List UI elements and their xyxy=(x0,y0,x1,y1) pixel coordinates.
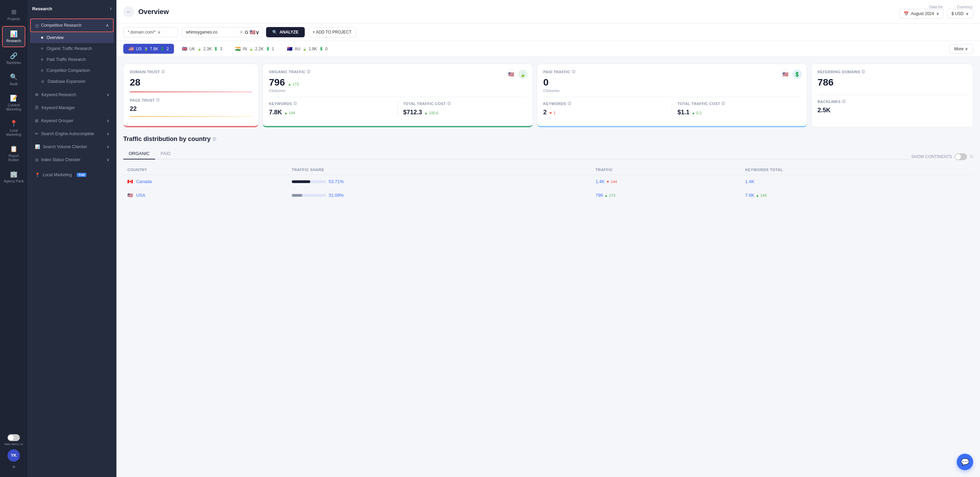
traffic-share-cell: 53.71% xyxy=(288,175,592,189)
organic-cost-info[interactable]: ⓘ xyxy=(447,101,450,106)
search-domain-input[interactable] xyxy=(185,27,239,37)
nav-item-local[interactable]: 📍 Local Marketing xyxy=(2,116,25,140)
page-trust-bar xyxy=(130,116,252,117)
clear-search-button[interactable]: ✕ xyxy=(239,29,243,35)
sidebar-section-competitive: ◎ Competitive Research ∧ Overview Organi… xyxy=(30,19,114,87)
sidebar-item-database[interactable]: ⊙ Database Expansion xyxy=(30,76,114,87)
add-to-project-button[interactable]: + ADD TO PROJECT xyxy=(308,27,356,37)
research-icon: 📊 xyxy=(10,30,18,38)
domain-filter-select[interactable]: *.domain.com/* ∨ xyxy=(123,27,178,37)
domain-trust-info-icon[interactable]: ⓘ xyxy=(161,70,165,74)
sidebar-item-search-autocomplete[interactable]: ✏ Search Engine Autocomplete ∨ xyxy=(30,128,114,139)
sidebar-title: Research xyxy=(32,6,52,11)
chevron-down-icon-date: ∨ xyxy=(936,11,939,16)
nav-item-agency[interactable]: 🏢 Agency Pack xyxy=(2,167,25,187)
sidebar-item-competitor[interactable]: Competitor Comparison xyxy=(30,65,114,76)
nav-item-projects[interactable]: ⊞ Projects xyxy=(2,5,25,25)
page-trust-info-icon[interactable]: ⓘ xyxy=(156,98,159,103)
paid-keywords-trend: ▼ 1 xyxy=(549,111,556,115)
chevron-down-icon-5: ∨ xyxy=(107,157,110,162)
sidebar-section-header-competitive[interactable]: ◎ Competitive Research ∧ xyxy=(30,19,114,32)
new-menu-toggle[interactable] xyxy=(8,434,20,441)
backlinks-info[interactable]: ⓘ xyxy=(842,99,845,104)
sidebar-item-organic[interactable]: Organic Traffic Research xyxy=(30,43,114,54)
canada-link[interactable]: Canada xyxy=(136,179,152,184)
analyze-button[interactable]: 🔍 ANALYZE xyxy=(266,27,305,37)
usa-flag: 🇺🇸 xyxy=(127,193,133,198)
domain-trust-value: 28 xyxy=(130,77,252,88)
left-navigation: ⊞ Projects 📊 Research 🔗 Backlinks 🔍 Audi… xyxy=(0,0,27,477)
database-icon: ⊙ xyxy=(41,79,44,84)
local-marketing-icon: 📍 xyxy=(35,173,40,177)
page-trust-label: PAGE TRUST ⓘ xyxy=(130,98,252,103)
competitive-section-icon: ◎ xyxy=(35,22,39,28)
search-volume-icon: 📊 xyxy=(35,144,40,149)
index-status-icon: ◎ xyxy=(35,157,38,162)
chat-support-button[interactable]: 💬 xyxy=(957,454,973,470)
date-picker-button[interactable]: 📅 August 2024 ∨ xyxy=(899,9,943,19)
user-avatar[interactable]: YK xyxy=(8,449,20,461)
nav-item-backlinks[interactable]: 🔗 Backlinks xyxy=(2,49,25,68)
backlinks-icon: 🔗 xyxy=(10,52,18,60)
nav-label-backlinks: Backlinks xyxy=(6,61,21,65)
currency-button[interactable]: $ USD ∨ xyxy=(947,9,973,19)
sidebar-item-keyword-research[interactable]: ⚙ Keyword Research ∨ xyxy=(30,89,114,101)
paid-traffic-info[interactable]: ⓘ xyxy=(572,70,575,74)
uk-paid-icon: 💲 xyxy=(214,47,218,51)
sidebar-item-paid[interactable]: Paid Traffic Research xyxy=(30,54,114,65)
paid-dollar-icon: 💲 xyxy=(792,70,802,79)
settings-icon[interactable]: ⚙ xyxy=(12,465,16,469)
more-countries-button[interactable]: More ∨ xyxy=(949,44,973,54)
usa-share-link[interactable]: 31.09% xyxy=(329,193,344,198)
referring-domains-value: 786 xyxy=(818,77,967,88)
au-paid: 0 xyxy=(325,46,328,51)
paid-keywords-info[interactable]: ⓘ xyxy=(568,101,571,106)
traffic-distribution-info[interactable]: ⓘ xyxy=(213,137,216,142)
country-tab-us[interactable]: 🇺🇸 US 🍃 7.8K 💲 2 xyxy=(123,44,174,54)
sidebar-item-index-status[interactable]: ◎ Index Status Checker ∨ xyxy=(30,154,114,166)
sidebar-item-overview[interactable]: Overview xyxy=(30,32,114,43)
canada-traffic-bar xyxy=(292,180,326,183)
traffic-tab-organic[interactable]: ORGANIC xyxy=(123,148,155,160)
canada-traffic-trend: ▼ 144 xyxy=(606,180,617,184)
nav-item-report[interactable]: 📋 Report Builder xyxy=(2,142,25,166)
nav-item-audit[interactable]: 🔍 Audit xyxy=(2,70,25,90)
au-traffic: 1.8K xyxy=(309,46,317,51)
organic-metric-pair: KEYWORDS ⓘ 7.8K ▲ 144 TOTAL TRAFFIC COST… xyxy=(269,101,526,116)
in-paid: 1 xyxy=(272,46,274,51)
page-trust-value: 22 xyxy=(130,105,252,113)
referring-info[interactable]: ⓘ xyxy=(862,70,865,74)
country-tab-in[interactable]: 🇮🇳 IN 🍃 2.2K 💲 1 xyxy=(230,44,279,54)
continents-info[interactable]: ⓘ xyxy=(970,154,973,159)
domain-filter-value: *.domain.com/* xyxy=(128,30,156,35)
paid-traffic-label: PAID TRAFFIC ⓘ xyxy=(543,70,800,74)
canada-traffic-cell: 1.4K ▼ 144 xyxy=(591,175,741,189)
sidebar-collapse-button[interactable]: › xyxy=(110,5,111,12)
au-paid-icon: 💲 xyxy=(319,47,323,51)
back-button[interactable]: ← xyxy=(123,6,134,17)
sidebar-item-keyword-manager[interactable]: ☰ Keyword Manager xyxy=(30,102,114,114)
canada-keywords-cell: 1.4K xyxy=(741,175,973,189)
traffic-tab-paid[interactable]: PAID xyxy=(155,148,176,160)
organic-cost-label: TOTAL TRAFFIC COST ⓘ xyxy=(403,101,526,106)
show-continents-toggle[interactable] xyxy=(955,153,967,160)
nav-label-local: Local Marketing xyxy=(3,129,24,137)
traffic-share-col-header: TRAFFIC SHARE xyxy=(288,165,592,175)
organic-keywords-value: 7.8K xyxy=(269,109,282,116)
nav-item-content[interactable]: 📝 Content Marketing xyxy=(2,91,25,115)
paid-metric-pair: KEYWORDS ⓘ 2 ▼ 1 TOTAL TRAFFIC COST ⓘ xyxy=(543,101,800,116)
nav-item-research[interactable]: 📊 Research xyxy=(2,26,25,47)
organic-traffic-info[interactable]: ⓘ xyxy=(307,70,310,74)
usa-link[interactable]: USA xyxy=(136,193,146,198)
organic-us-flag: 🇺🇸 xyxy=(506,70,516,79)
chevron-down-icon-currency: ∨ xyxy=(966,11,969,16)
paid-cost-info[interactable]: ⓘ xyxy=(721,101,725,106)
organic-keywords-info[interactable]: ⓘ xyxy=(293,101,297,106)
country-tab-uk[interactable]: 🇬🇧 UK 🍃 2.3K 💲 3 xyxy=(177,44,228,54)
canada-share-link[interactable]: 53.71% xyxy=(329,179,344,184)
referring-divider xyxy=(818,95,967,95)
sidebar-item-keyword-grouper[interactable]: ⊞ Keyword Grouper ∨ xyxy=(30,115,114,127)
sidebar-item-local-marketing[interactable]: 📍 Local Marketing Trial xyxy=(30,169,114,181)
sidebar-item-search-volume[interactable]: 📊 Search Volume Checker ∨ xyxy=(30,141,114,153)
country-tab-au[interactable]: 🇦🇺 AU 🍃 1.8K 💲 0 xyxy=(282,44,332,54)
